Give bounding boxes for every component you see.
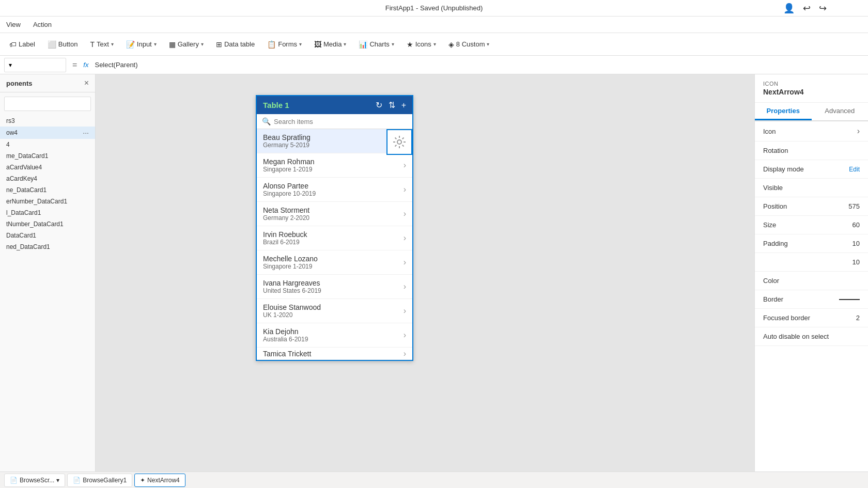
menu-action[interactable]: Action (33, 21, 52, 28)
tab-properties[interactable]: Properties (755, 103, 812, 120)
icons-icon: ★ (407, 40, 413, 49)
position-value[interactable]: 575 (848, 202, 860, 210)
prop-auto-disable: Auto disable on select (755, 327, 868, 346)
tab-browsescreen[interactable]: 📄 BrowseScr... ▾ (4, 474, 65, 487)
component-selector[interactable]: ▾ (4, 58, 66, 72)
gear-svg (392, 135, 407, 149)
account-icon[interactable]: 👤 (783, 3, 795, 14)
table-row[interactable]: Mechelle Lozano Singapore 1-2019 › (257, 250, 412, 275)
focused-border-value[interactable]: 2 (856, 314, 860, 322)
table-row[interactable]: Alonso Partee Singapore 10-2019 › (257, 178, 412, 202)
list-item[interactable]: ne_DataCard1 (0, 184, 95, 196)
custom-arrow: ▾ (487, 41, 489, 47)
icons-arrow: ▾ (433, 41, 436, 47)
canvas-area[interactable]: Table 1 ↻ ⇅ + 🔍 Beau Spratling Germany 5… (96, 74, 754, 488)
left-panel-search[interactable] (4, 97, 91, 111)
toolbar-button[interactable]: ⬜ Button (42, 38, 83, 51)
row-arrow-icon: › (404, 258, 406, 267)
search-input[interactable] (274, 118, 407, 125)
list-item[interactable]: l_DataCard1 (0, 207, 95, 218)
row-arrow-icon: › (404, 306, 406, 316)
icon-label: ICON (763, 81, 860, 87)
tab-advanced[interactable]: Advanced (812, 103, 869, 120)
toolbar-charts[interactable]: 📊 Charts ▾ (353, 38, 399, 51)
table-header-icons: ↻ ⇅ + (376, 100, 406, 110)
list-item[interactable]: me_DataCard1 (0, 150, 95, 162)
prop-padding2: 10 (755, 253, 868, 272)
toolbar-text[interactable]: T Text ▾ (85, 38, 118, 51)
list-item[interactable]: rs3 (0, 115, 95, 127)
input-icon: 📝 (126, 40, 135, 49)
selector-chevron: ▾ (9, 61, 12, 69)
formula-content[interactable]: Select(Parent) (95, 61, 137, 69)
prop-color: Color (755, 272, 868, 290)
toolbar-media[interactable]: 🖼 Media ▾ (309, 38, 351, 51)
displaymode-value[interactable]: Edit (849, 166, 860, 173)
list-item[interactable]: 4 (0, 139, 95, 150)
table-row[interactable]: Irvin Roebuck Brazil 6-2019 › (257, 226, 412, 250)
refresh-icon[interactable]: ↻ (376, 100, 382, 110)
redo-icon[interactable]: ↪ (819, 3, 827, 14)
menu-view[interactable]: View (6, 21, 21, 28)
prop-border: Border (755, 290, 868, 309)
svg-line-6 (402, 145, 404, 147)
list-item[interactable]: aCardKey4 (0, 173, 95, 184)
toolbar-gallery[interactable]: ▦ Gallery ▾ (164, 38, 209, 51)
list-item[interactable]: ned_DataCard1 (0, 241, 95, 253)
table-title: Table 1 (263, 101, 376, 109)
tab-browsegallery[interactable]: 📄 BrowseGallery1 (67, 474, 132, 487)
title-actions: 👤 ↩ ↪ (783, 3, 827, 14)
border-line (839, 299, 860, 300)
row-arrow-icon: › (404, 161, 406, 170)
prop-size: Size 60 (755, 216, 868, 234)
toolbar-icons[interactable]: ★ Icons ▾ (401, 38, 441, 51)
table-row[interactable]: Ivana Hargreaves United States 6-2019 › (257, 275, 412, 299)
list-item[interactable]: aCardValue4 (0, 162, 95, 173)
size-value[interactable]: 60 (853, 221, 860, 229)
datatable-icon: ⊞ (216, 40, 222, 49)
custom-icon: ◈ (448, 40, 454, 49)
close-panel-button[interactable]: × (84, 78, 89, 88)
padding-value[interactable]: 10 (853, 240, 860, 247)
add-icon[interactable]: + (401, 101, 406, 110)
table-row[interactable]: Beau Spratling Germany 5-2019 (257, 129, 412, 153)
equals-sign: = (70, 60, 79, 70)
svg-point-0 (397, 140, 401, 144)
browsegallery-icon: 📄 (73, 477, 81, 484)
label-icon: 🏷 (9, 40, 17, 49)
table-row[interactable]: Neta Storment Germany 2-2020 › (257, 202, 412, 226)
charts-icon: 📊 (359, 40, 367, 49)
menu-bar: View Action (0, 17, 868, 33)
toolbar-input[interactable]: 📝 Input ▾ (121, 38, 162, 51)
table-widget-header: Table 1 ↻ ⇅ + (257, 96, 412, 114)
list-item[interactable]: ow4 ··· (0, 127, 95, 139)
table-row[interactable]: Elouise Stanwood UK 1-2020 › (257, 299, 412, 323)
tab-nextarrow[interactable]: ✦ NextArrow4 (134, 474, 185, 487)
properties-tabs: Properties Advanced (755, 103, 868, 121)
left-panel-title: ponents (6, 80, 33, 87)
list-item[interactable]: erNumber_DataCard1 (0, 196, 95, 207)
row-arrow-icon: › (404, 282, 406, 291)
toolbar-forms[interactable]: 📋 Forms ▾ (262, 38, 307, 51)
next-arrow-icon[interactable] (386, 129, 412, 155)
undo-icon[interactable]: ↩ (803, 3, 811, 14)
toolbar-custom[interactable]: ◈ 8 Custom ▾ (443, 38, 495, 51)
list-item[interactable]: DataCard1 (0, 230, 95, 241)
toolbar: 🏷 Label ⬜ Button T Text ▾ 📝 Input ▾ ▦ Ga… (0, 33, 868, 56)
table-row[interactable]: Kia Dejohn Australia 6-2019 › (257, 323, 412, 348)
right-panel: ICON NextArrow4 Properties Advanced Icon… (754, 74, 868, 488)
main-area: ponents × rs3 ow4 ··· 4 me_DataCard1 aCa… (0, 74, 868, 488)
toolbar-label[interactable]: 🏷 Label (4, 38, 40, 51)
sort-icon[interactable]: ⇅ (389, 100, 395, 110)
dropdown-arrow[interactable]: ▾ (56, 477, 59, 484)
table-row[interactable]: Megan Rohman Singapore 1-2019 › (257, 153, 412, 178)
list-item[interactable]: tNumber_DataCard1 (0, 218, 95, 230)
row-arrow-icon: › (404, 330, 406, 340)
prop-icon-arrow[interactable]: › (857, 127, 860, 136)
toolbar-datatable[interactable]: ⊞ Data table (211, 38, 260, 51)
item-options[interactable]: ··· (83, 129, 89, 137)
table-row[interactable]: Tamica Trickett › (257, 348, 412, 360)
padding2-value[interactable]: 10 (853, 258, 860, 266)
title-bar: FirstApp1 - Saved (Unpublished) 👤 ↩ ↪ (0, 0, 868, 17)
formula-bar: ▾ = fx Select(Parent) (0, 56, 868, 74)
